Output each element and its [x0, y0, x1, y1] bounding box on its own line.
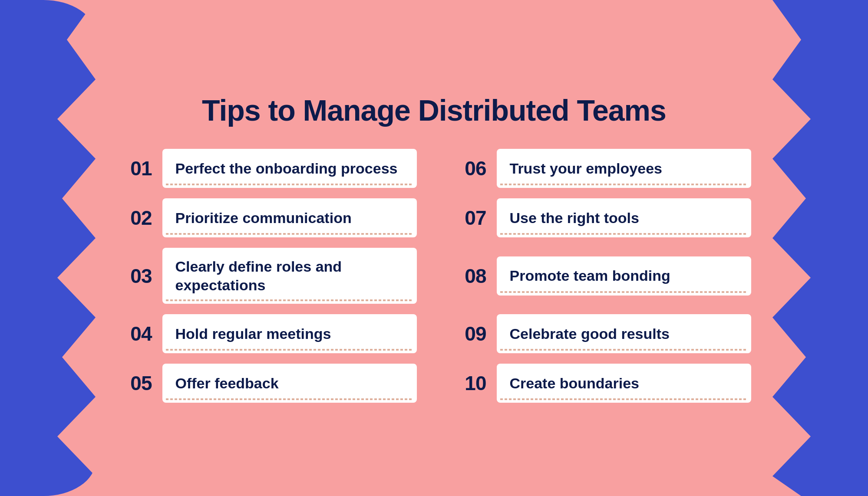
tip-text: Perfect the onboarding process — [175, 159, 398, 178]
tip-row: 06Trust your employees — [452, 149, 751, 188]
tip-text: Promote team bonding — [510, 266, 670, 285]
tip-row: 02Prioritize communication — [117, 198, 417, 237]
tip-number: 01 — [117, 157, 152, 180]
tip-text: Hold regular meetings — [175, 325, 331, 343]
tip-box: Create boundaries — [497, 364, 751, 403]
tip-row: 03Clearly define roles and expectations — [117, 248, 417, 304]
page-title: Tips to Manage Distributed Teams — [202, 93, 666, 127]
left-decoration — [0, 0, 96, 496]
tip-row: 01Perfect the onboarding process — [117, 149, 417, 188]
tip-box: Use the right tools — [497, 198, 751, 237]
tip-number: 09 — [452, 322, 486, 345]
tip-box: Hold regular meetings — [162, 314, 417, 353]
tip-box: Prioritize communication — [162, 198, 417, 237]
tip-number: 03 — [117, 264, 152, 288]
tip-row: 09Celebrate good results — [452, 314, 751, 353]
tip-row: 07Use the right tools — [452, 198, 751, 237]
tip-row: 05Offer feedback — [117, 364, 417, 403]
tip-text: Offer feedback — [175, 374, 279, 393]
tip-text: Trust your employees — [510, 159, 662, 178]
tip-row: 10Create boundaries — [452, 364, 751, 403]
right-decoration — [772, 0, 868, 496]
tip-row: 04Hold regular meetings — [117, 314, 417, 353]
tips-grid: 01Perfect the onboarding process06Trust … — [117, 149, 751, 403]
tip-number: 10 — [452, 371, 486, 395]
tip-number: 06 — [452, 157, 486, 180]
tip-number: 05 — [117, 371, 152, 395]
tip-box: Trust your employees — [497, 149, 751, 188]
tip-number: 08 — [452, 264, 486, 288]
tip-box: Promote team bonding — [497, 256, 751, 296]
tip-box: Celebrate good results — [497, 314, 751, 353]
tip-row: 08Promote team bonding — [452, 248, 751, 304]
tip-text: Celebrate good results — [510, 325, 670, 343]
tip-box: Perfect the onboarding process — [162, 149, 417, 188]
tip-text: Clearly define roles and expectations — [175, 257, 404, 294]
tip-text: Create boundaries — [510, 374, 640, 393]
tip-box: Offer feedback — [162, 364, 417, 403]
tip-number: 02 — [117, 206, 152, 230]
tip-number: 04 — [117, 322, 152, 345]
tip-box: Clearly define roles and expectations — [162, 248, 417, 304]
tip-text: Use the right tools — [510, 209, 639, 227]
tip-number: 07 — [452, 206, 486, 230]
tip-text: Prioritize communication — [175, 209, 352, 227]
main-container: Tips to Manage Distributed Teams 01Perfe… — [109, 76, 760, 420]
